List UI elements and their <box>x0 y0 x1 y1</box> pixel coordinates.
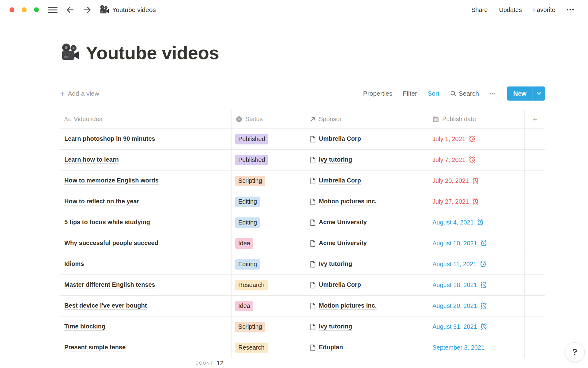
new-dropdown-button[interactable] <box>533 86 545 101</box>
status-badge[interactable]: Idea <box>235 238 253 249</box>
new-button[interactable]: New <box>507 86 545 101</box>
view-options-icon[interactable]: ••• <box>489 91 496 96</box>
video-idea-cell[interactable]: Learn how to learn <box>60 150 232 171</box>
minimize-window-button[interactable] <box>22 7 27 12</box>
status-badge[interactable]: Published <box>235 134 268 144</box>
status-cell[interactable]: Scripting <box>232 316 305 337</box>
column-header-status[interactable]: Status <box>232 110 305 129</box>
search-button[interactable]: Search <box>450 90 479 97</box>
page-emoji-movie-camera-icon[interactable] <box>60 43 80 63</box>
status-cell[interactable]: Idea <box>232 296 305 316</box>
publish-date-cell[interactable]: July 27, 2021 <box>428 191 525 212</box>
help-button[interactable]: ? <box>565 342 585 362</box>
video-idea-cell[interactable]: Present simple tense <box>60 337 232 358</box>
publish-date-cell[interactable]: August 20, 2021 <box>428 296 525 316</box>
video-idea-cell[interactable]: Master different English tenses <box>60 275 232 296</box>
video-idea-link[interactable]: 5 tips to focus while studying <box>64 219 150 226</box>
sponsor-link[interactable]: Ivy tutoring <box>319 323 352 331</box>
status-cell[interactable]: Published <box>232 129 305 150</box>
sponsor-link[interactable]: Acme University <box>319 240 367 247</box>
sponsor-cell[interactable]: Ivy tutoring <box>305 254 428 275</box>
properties-button[interactable]: Properties <box>363 90 393 97</box>
video-idea-link[interactable]: Master different English tenses <box>64 281 155 289</box>
sponsor-cell[interactable]: Acme University <box>305 233 428 254</box>
breadcrumb-page-title[interactable]: Youtube videos <box>112 6 156 13</box>
status-cell[interactable]: Research <box>232 337 305 358</box>
video-idea-link[interactable]: Idioms <box>64 260 84 268</box>
status-cell[interactable]: Editing <box>232 212 305 233</box>
publish-date-cell[interactable]: August 18, 2021 <box>428 275 525 296</box>
sort-button[interactable]: Sort <box>428 90 439 97</box>
sponsor-link[interactable]: Motion pictures inc. <box>319 198 377 205</box>
video-idea-cell[interactable]: 5 tips to focus while studying <box>60 212 232 233</box>
sidebar-menu-icon[interactable] <box>48 7 58 13</box>
sponsor-link[interactable]: Umbrella Corp <box>319 177 361 185</box>
sponsor-cell[interactable]: Eduplan <box>305 337 428 358</box>
sponsor-link[interactable]: Ivy tutoring <box>319 260 352 268</box>
sponsor-cell[interactable]: Ivy tutoring <box>305 316 428 337</box>
publish-date-cell[interactable]: July 7, 2021 <box>428 150 525 171</box>
sponsor-link[interactable]: Acme University <box>319 219 367 226</box>
video-idea-link[interactable]: Learn how to learn <box>64 156 119 164</box>
status-cell[interactable]: Editing <box>232 254 305 275</box>
add-column-button[interactable]: + <box>525 110 545 129</box>
publish-date-cell[interactable]: August 11, 2021 <box>428 254 525 275</box>
count-value[interactable]: 12 <box>217 359 224 367</box>
filter-button[interactable]: Filter <box>403 90 417 97</box>
column-header-sponsor[interactable]: Sponsor <box>305 110 428 129</box>
sponsor-link[interactable]: Eduplan <box>319 344 343 351</box>
column-header-publish-date[interactable]: Publish date <box>428 110 525 129</box>
publish-date-cell[interactable]: September 3, 2021 <box>428 337 525 358</box>
publish-date-cell[interactable]: July 20, 2021 <box>428 171 525 191</box>
status-cell[interactable]: Idea <box>232 233 305 254</box>
status-cell[interactable]: Research <box>232 275 305 296</box>
video-idea-link[interactable]: Time blocking <box>64 323 105 331</box>
status-badge[interactable]: Editing <box>235 217 260 228</box>
video-idea-cell[interactable]: Why successful people succeed <box>60 233 232 254</box>
video-idea-link[interactable]: Best device I've ever bought <box>64 302 147 310</box>
sponsor-cell[interactable]: Motion pictures inc. <box>305 191 428 212</box>
sponsor-cell[interactable]: Umbrella Corp <box>305 171 428 191</box>
sponsor-link[interactable]: Motion pictures inc. <box>319 302 377 310</box>
sponsor-cell[interactable]: Ivy tutoring <box>305 150 428 171</box>
video-idea-cell[interactable]: Time blocking <box>60 316 232 337</box>
sponsor-cell[interactable]: Acme University <box>305 212 428 233</box>
video-idea-link[interactable]: Present simple tense <box>64 344 126 351</box>
close-window-button[interactable] <box>9 7 14 12</box>
status-cell[interactable]: Published <box>232 150 305 171</box>
sponsor-cell[interactable]: Umbrella Corp <box>305 275 428 296</box>
video-idea-link[interactable]: Learn photoshop in 90 minutes <box>64 135 155 143</box>
publish-date-cell[interactable]: August 31, 2021 <box>428 316 525 337</box>
status-badge[interactable]: Editing <box>235 259 260 270</box>
publish-date-cell[interactable]: July 1, 2021 <box>428 129 525 150</box>
favorite-button[interactable]: Favorite <box>533 6 555 13</box>
video-idea-link[interactable]: How to reflect on the year <box>64 198 139 205</box>
status-badge[interactable]: Editing <box>235 197 260 207</box>
status-badge[interactable]: Scripting <box>235 322 265 332</box>
video-idea-link[interactable]: How to memorize English words <box>64 177 159 185</box>
video-idea-cell[interactable]: Learn photoshop in 90 minutes <box>60 129 232 150</box>
status-cell[interactable]: Scripting <box>232 171 305 191</box>
zoom-window-button[interactable] <box>34 7 39 12</box>
sponsor-link[interactable]: Umbrella Corp <box>319 281 361 289</box>
page-title[interactable]: Youtube videos <box>86 42 219 63</box>
video-idea-cell[interactable]: Best device I've ever bought <box>60 296 232 316</box>
publish-date-cell[interactable]: August 4, 2021 <box>428 212 525 233</box>
video-idea-cell[interactable]: How to memorize English words <box>60 171 232 191</box>
status-badge[interactable]: Research <box>235 280 268 290</box>
status-badge[interactable]: Scripting <box>235 176 265 186</box>
forward-button[interactable] <box>83 6 92 14</box>
back-button[interactable] <box>66 6 75 14</box>
video-idea-cell[interactable]: Idioms <box>60 254 232 275</box>
sponsor-link[interactable]: Ivy tutoring <box>319 156 352 164</box>
video-idea-cell[interactable]: How to reflect on the year <box>60 191 232 212</box>
sponsor-link[interactable]: Umbrella Corp <box>319 135 361 143</box>
status-badge[interactable]: Published <box>235 155 268 165</box>
sponsor-cell[interactable]: Motion pictures inc. <box>305 296 428 316</box>
share-button[interactable]: Share <box>471 6 488 13</box>
more-options-icon[interactable]: ••• <box>567 7 575 13</box>
status-badge[interactable]: Research <box>235 343 268 353</box>
updates-button[interactable]: Updates <box>499 6 522 13</box>
new-button-label[interactable]: New <box>507 86 533 101</box>
publish-date-cell[interactable]: August 10, 2021 <box>428 233 525 254</box>
